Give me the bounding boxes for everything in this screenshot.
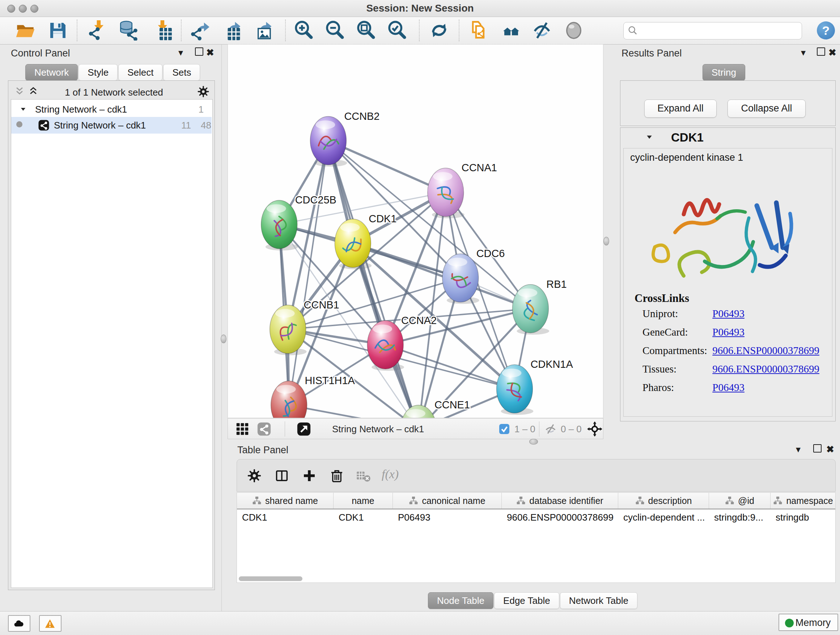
cell[interactable]: 9606.ENSP00000378699 bbox=[502, 509, 618, 525]
birds-eye-view-icon[interactable] bbox=[235, 422, 249, 436]
column-header-namespace[interactable]: namespace bbox=[771, 493, 836, 509]
show-column-button[interactable] bbox=[275, 469, 289, 483]
cell[interactable]: P06493 bbox=[393, 509, 502, 525]
network-collection-row[interactable]: String Network – cdk1 1 bbox=[11, 102, 212, 117]
expand-all-button[interactable]: Expand All bbox=[644, 100, 717, 118]
export-image-icon bbox=[253, 20, 273, 41]
help-button[interactable]: ? bbox=[817, 21, 835, 40]
hide-all-panels-button[interactable] bbox=[532, 20, 552, 41]
table-row[interactable]: CDK1CDK1P064939606.ENSP00000378699cyclin… bbox=[237, 509, 835, 525]
column-header-shared-name[interactable]: shared name bbox=[237, 493, 333, 509]
node-label: CDC25B bbox=[295, 194, 336, 206]
zoom-selected-button[interactable] bbox=[387, 20, 407, 41]
collection-caret-icon[interactable] bbox=[19, 105, 27, 113]
control-panel-menu-icon[interactable]: ▾ bbox=[178, 47, 183, 58]
apply-preferred-layout-button[interactable] bbox=[429, 20, 449, 41]
collapse-all-button[interactable]: Collapse All bbox=[728, 100, 806, 118]
fit-selected-icon[interactable] bbox=[587, 421, 602, 437]
tab-style[interactable]: Style bbox=[79, 64, 118, 81]
selected-items-checkbox-icon[interactable] bbox=[499, 423, 510, 435]
node-label: CDKN1A bbox=[531, 358, 573, 370]
control-panel-close-icon[interactable]: ✖ bbox=[206, 47, 214, 58]
memory-button[interactable]: Memory bbox=[778, 614, 838, 631]
expand-all-networks-icon[interactable] bbox=[28, 86, 38, 96]
export-network-button[interactable] bbox=[191, 20, 211, 41]
cell[interactable]: stringdb bbox=[771, 509, 836, 525]
cell[interactable]: cyclin-dependent ... bbox=[618, 509, 709, 525]
gene-section-caret-icon[interactable] bbox=[645, 133, 654, 141]
detach-view-icon[interactable] bbox=[297, 422, 311, 436]
tab-network-table[interactable]: Network Table bbox=[560, 592, 638, 609]
collapse-all-networks-icon[interactable] bbox=[14, 86, 25, 96]
search-field[interactable] bbox=[623, 22, 802, 40]
table-settings-button[interactable] bbox=[247, 469, 262, 483]
network-canvas[interactable]: CCNB2 CCNA1 CDC25B CDK1 bbox=[227, 44, 603, 418]
table-panel-float-icon[interactable] bbox=[813, 444, 821, 455]
import-network-from-database-button[interactable] bbox=[118, 20, 139, 41]
search-input[interactable] bbox=[641, 23, 798, 38]
column-header-description[interactable]: description bbox=[618, 493, 709, 509]
network-row[interactable]: String Network – cdk1 11 48 bbox=[11, 117, 212, 134]
save-session-icon bbox=[48, 20, 68, 41]
network-status-dot-icon bbox=[16, 121, 22, 127]
column-header-canonical-name[interactable]: canonical name bbox=[393, 493, 502, 509]
crosslink-value-link[interactable]: P06493 bbox=[712, 308, 745, 319]
hidden-count: 0 – 0 bbox=[561, 424, 582, 435]
hidden-items-icon[interactable] bbox=[544, 423, 557, 435]
crosslink-value-link[interactable]: P06493 bbox=[712, 382, 745, 393]
column-header-name[interactable]: name bbox=[333, 493, 393, 509]
crosslink-row: Pharos: P06493 bbox=[643, 382, 823, 394]
tab-sets[interactable]: Sets bbox=[163, 64, 200, 81]
results-panel-float-icon[interactable] bbox=[817, 47, 825, 58]
crosslink-label: Uniprot: bbox=[643, 308, 710, 320]
cell[interactable]: stringdb:9... bbox=[709, 509, 771, 525]
crosslink-value-link[interactable]: 9606.ENSP00000378699 bbox=[712, 345, 819, 356]
open-session-button[interactable] bbox=[15, 20, 35, 41]
control-panel-float-icon[interactable] bbox=[195, 47, 203, 58]
horizontal-splitter-handle[interactable] bbox=[529, 439, 538, 445]
results-panel-menu-icon[interactable]: ▾ bbox=[801, 47, 806, 58]
network-graph[interactable]: CCNB2 CCNA1 CDC25B CDK1 bbox=[228, 44, 603, 418]
gene-detail-box: cyclin-dependent kinase 1 CrossLinks Uni… bbox=[623, 148, 832, 417]
clone-network-button[interactable] bbox=[468, 20, 488, 41]
tab-edge-table[interactable]: Edge Table bbox=[494, 592, 559, 609]
zoom-fit-content-button[interactable] bbox=[356, 20, 376, 41]
import-network-from-file-button[interactable] bbox=[88, 20, 109, 41]
results-panel-close-icon[interactable]: ✖ bbox=[829, 47, 836, 58]
show-all-panels-button[interactable] bbox=[564, 20, 584, 41]
zoom-in-button[interactable] bbox=[294, 20, 314, 41]
vertical-splitter-handle[interactable] bbox=[221, 334, 226, 343]
network-options-gear-icon[interactable] bbox=[197, 86, 210, 98]
tab-string[interactable]: String bbox=[703, 64, 745, 81]
tab-network[interactable]: Network bbox=[25, 64, 78, 81]
column-type-icon bbox=[725, 496, 734, 505]
tab-select[interactable]: Select bbox=[118, 64, 163, 81]
zoom-in-icon bbox=[294, 20, 314, 41]
table-panel-menu-icon[interactable]: ▾ bbox=[796, 444, 801, 455]
network-node-count: 11 bbox=[181, 120, 191, 131]
crosslink-row: GeneCard: P06493 bbox=[643, 326, 823, 338]
vertical-splitter-handle[interactable] bbox=[603, 237, 609, 245]
delete-column-button[interactable] bbox=[330, 469, 344, 483]
create-column-button[interactable] bbox=[302, 469, 317, 483]
warnings-button[interactable] bbox=[39, 615, 62, 632]
show-starter-panel-button[interactable] bbox=[501, 20, 521, 41]
cloud-button[interactable] bbox=[8, 615, 30, 632]
tab-node-table[interactable]: Node Table bbox=[428, 592, 493, 609]
crosslink-value-link[interactable]: P06493 bbox=[712, 326, 745, 338]
panel-divider bbox=[221, 44, 222, 611]
export-table-button[interactable] bbox=[221, 20, 242, 41]
table-horizontal-scrollbar[interactable] bbox=[239, 576, 302, 581]
import-table-from-file-button[interactable] bbox=[152, 20, 172, 41]
column-header-@id[interactable]: @id bbox=[709, 493, 771, 509]
table-panel-close-icon[interactable]: ✖ bbox=[826, 444, 834, 455]
column-header-database-identifier[interactable]: database identifier bbox=[502, 493, 618, 509]
delete-table-button[interactable] bbox=[356, 469, 371, 483]
cell[interactable]: CDK1 bbox=[237, 509, 333, 525]
cell[interactable]: CDK1 bbox=[333, 509, 393, 525]
cloud-icon bbox=[13, 618, 24, 629]
crosslink-value-link[interactable]: 9606.ENSP00000378699 bbox=[712, 363, 819, 375]
export-image-button[interactable] bbox=[253, 20, 273, 41]
zoom-out-button[interactable] bbox=[325, 20, 345, 41]
save-session-button[interactable] bbox=[48, 20, 68, 41]
